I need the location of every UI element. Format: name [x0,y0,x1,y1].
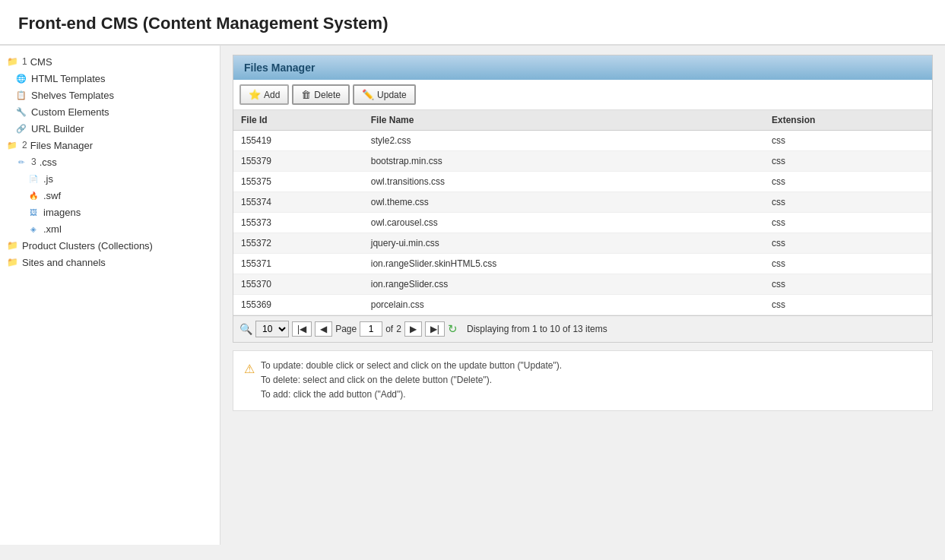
col-file-name: File Name [363,110,764,131]
warning-icon: ⚠ [244,359,255,403]
info-line-2: To delete: select and click on the delet… [261,373,562,388]
content-area: Files Manager ⭐ Add 🗑 Delete ✏️ Update [220,46,945,545]
sidebar-item-files-manager[interactable]: 📁 2 Files Manager [0,137,220,153]
cell-file-id: 155370 [233,274,363,295]
sidebar-item-imagens[interactable]: 🖼 imagens [0,204,220,220]
table-row[interactable]: 155373 owl.carousel.css css [233,213,931,233]
page-size-select[interactable]: 10 25 50 [255,321,289,337]
folder-icon: 📁 [6,55,18,68]
refresh-button[interactable]: ↻ [448,322,458,336]
table-row[interactable]: 155374 owl.theme.css css [233,192,931,213]
cell-extension: css [764,233,931,254]
files-manager-panel: Files Manager ⭐ Add 🗑 Delete ✏️ Update [233,55,933,343]
cell-extension: css [764,254,931,274]
table-row[interactable]: 155419 style2.css css [233,131,931,151]
toolbar: ⭐ Add 🗑 Delete ✏️ Update [233,80,932,110]
cell-file-id: 155379 [233,151,363,172]
sidebar-item-custom-elements[interactable]: 🔧 Custom Elements [0,103,220,120]
info-line-1: To update: double click or select and cl… [261,359,562,373]
html-icon: 🌐 [15,72,27,84]
panel-title: Files Manager [244,62,315,74]
col-file-id: File Id [233,110,363,131]
cell-extension: css [764,295,931,315]
cell-extension: css [764,131,931,151]
sidebar-item-xml[interactable]: ◈ .xml [0,220,220,237]
info-text: To update: double click or select and cl… [261,359,562,403]
info-box: ⚠ To update: double click or select and … [233,350,933,411]
cell-file-name: ion.rangeSlider.skinHTML5.css [363,254,764,274]
prev-page-icon: ◀ [320,324,327,334]
total-pages: 2 [396,324,401,334]
first-page-icon: |◀ [297,324,306,334]
next-page-button[interactable]: ▶ [404,321,422,337]
info-line-3: To add: click the add button ("Add"). [261,388,562,402]
sidebar-item-html-templates[interactable]: 🌐 HTML Templates [0,70,220,87]
delete-button[interactable]: 🗑 Delete [292,84,350,105]
update-label: Update [377,90,407,100]
last-page-button[interactable]: ▶| [425,321,445,337]
sidebar-item-sites-channels[interactable]: 📁 Sites and channels [0,254,220,271]
sidebar-label: URL Builder [31,123,84,134]
files-icon: 📁 [6,139,18,151]
sidebar-item-css-folder[interactable]: ✏ 3 .css [0,153,220,170]
table-row[interactable]: 155379 bootstrap.min.css css [233,151,931,172]
sidebar-item-cms-root[interactable]: 📁 1 CMS [0,53,220,70]
cell-file-name: ion.rangeSlider.css [363,274,764,295]
table-body: 155419 style2.css css 155379 bootstrap.m… [233,131,931,315]
file-table-wrapper: File Id File Name Extension 155419 style… [233,110,932,315]
update-button[interactable]: ✏️ Update [353,84,416,105]
sidebar-label: Files Manager [30,140,93,151]
cell-file-id: 155374 [233,192,363,213]
sidebar-label: CMS [30,56,52,68]
table-row[interactable]: 155370 ion.rangeSlider.css css [233,274,931,295]
js-icon: 📄 [27,172,40,185]
folder-icon: 📁 [6,256,18,268]
table-row[interactable]: 155371 ion.rangeSlider.skinHTML5.css css [233,254,931,274]
img-icon: 🖼 [27,206,40,218]
url-icon: 🔗 [15,122,27,134]
cell-file-id: 155371 [233,254,363,274]
table-row[interactable]: 155369 porcelain.css css [233,295,931,315]
sidebar-item-product-clusters[interactable]: 📁 Product Clusters (Collections) [0,237,220,254]
cell-file-name: jquery-ui.min.css [363,233,764,254]
cell-file-name: owl.carousel.css [363,213,764,233]
pagination-bar: 🔍 10 25 50 |◀ ◀ Page of 2 ▶ [233,315,932,342]
page-header: Front-end CMS (Content Management System… [0,0,945,46]
sidebar-item-url-builder[interactable]: 🔗 URL Builder [0,120,220,137]
table-header: File Id File Name Extension [233,110,931,131]
css-folder-icon: ✏ [15,156,27,168]
cell-extension: css [764,172,931,192]
sidebar-item-swf[interactable]: 🔥 .swf [0,187,220,204]
page-input[interactable] [360,321,382,337]
table-row[interactable]: 155375 owl.transitions.css css [233,172,931,192]
header-row: File Id File Name Extension [233,110,931,131]
add-button[interactable]: ⭐ Add [239,84,289,105]
xml-icon: ◈ [27,223,40,235]
cell-extension: css [764,151,931,172]
magnify-icon: 🔍 [239,323,252,335]
cell-file-name: owl.transitions.css [363,172,764,192]
last-page-icon: ▶| [430,324,439,334]
sidebar-item-js[interactable]: 📄 .js [0,170,220,187]
sidebar-label: Sites and channels [22,257,106,268]
table-row[interactable]: 155372 jquery-ui.min.css css [233,233,931,254]
file-table: File Id File Name Extension 155419 style… [233,110,931,315]
folder-icon: 📁 [6,239,18,252]
update-icon: ✏️ [362,89,374,100]
sidebar-label: Custom Elements [31,106,109,118]
custom-icon: 🔧 [15,106,27,118]
sidebar-label: .xml [43,223,62,235]
prev-page-button[interactable]: ◀ [315,321,332,337]
sidebar: 📁 1 CMS 🌐 HTML Templates 📋 Shelves Templ… [0,46,220,545]
sidebar-item-shelves-templates[interactable]: 📋 Shelves Templates [0,87,220,103]
cell-file-name: owl.theme.css [363,192,764,213]
sidebar-label: imagens [43,207,81,218]
cell-file-id: 155372 [233,233,363,254]
first-page-button[interactable]: |◀ [292,321,312,337]
add-icon: ⭐ [249,89,261,100]
delete-icon: 🗑 [301,89,311,100]
cell-file-id: 155369 [233,295,363,315]
cell-file-name: porcelain.css [363,295,764,315]
sidebar-label: Product Clusters (Collections) [22,240,153,252]
delete-label: Delete [314,90,341,100]
